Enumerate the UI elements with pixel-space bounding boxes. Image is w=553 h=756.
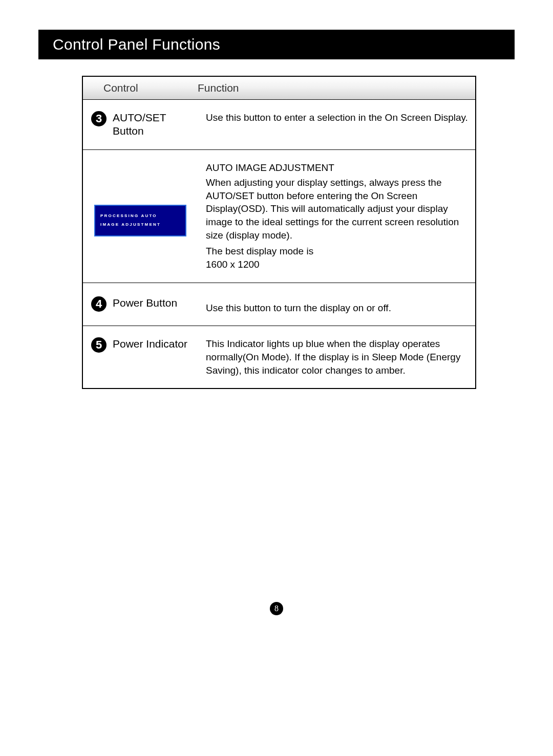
control-label-power-button: Power Button xyxy=(113,296,177,310)
control-cell-osd: PROCESSING AUTO IMAGE ADJUSTMENT xyxy=(82,149,198,283)
function-text: This Indicator lights up blue when the d… xyxy=(206,338,460,375)
number-4-icon: 4 xyxy=(91,296,107,312)
function-heading: AUTO IMAGE ADJUSTMENT xyxy=(206,161,470,175)
function-cell: AUTO IMAGE ADJUSTMENT When adjusting you… xyxy=(198,149,476,283)
table-row: 4 Power Button Use this button to turn t… xyxy=(82,283,476,326)
function-cell: Use this button to turn the display on o… xyxy=(198,283,476,326)
control-cell: 4 Power Button xyxy=(82,283,198,326)
table-row: PROCESSING AUTO IMAGE ADJUSTMENT AUTO IM… xyxy=(82,149,476,283)
control-label-line1: AUTO/SET xyxy=(113,111,166,124)
control-cell: 5 Power Indicator xyxy=(82,326,198,388)
function-text: Use this button to enter a selection in … xyxy=(206,112,468,123)
col-header-control: Control xyxy=(82,76,198,100)
page-title: Control Panel Functions xyxy=(53,36,220,53)
function-cell: Use this button to enter a selection in … xyxy=(198,100,476,150)
control-label-power-indicator: Power Indicator xyxy=(113,337,187,351)
osd-line1: PROCESSING AUTO xyxy=(100,212,180,221)
page-number: 8 xyxy=(274,604,279,613)
control-label-line2: Button xyxy=(113,124,166,138)
function-text: Use this button to turn the display on o… xyxy=(206,303,391,313)
function-best-mode-label: The best display mode is xyxy=(206,246,313,256)
control-function-table: Control Function 3 AUTO/SET Button xyxy=(82,76,476,389)
function-best-mode-value: 1600 x 1200 xyxy=(206,259,260,270)
number-5-icon: 5 xyxy=(91,337,107,353)
table-row: 3 AUTO/SET Button Use this button to ent… xyxy=(82,100,476,150)
table-header-row: Control Function xyxy=(82,76,476,100)
page-number-badge: 8 xyxy=(270,602,283,615)
function-cell: This Indicator lights up blue when the d… xyxy=(198,326,476,388)
title-bar: Control Panel Functions xyxy=(38,30,515,59)
function-body: When adjusting your display settings, al… xyxy=(206,177,459,241)
control-label-line1: Power Button xyxy=(113,296,177,310)
table-row: 5 Power Indicator This Indicator lights … xyxy=(82,326,476,388)
control-label-line1: Power Indicator xyxy=(113,337,187,351)
control-label-autoset: AUTO/SET Button xyxy=(113,111,166,138)
page-root: Control Panel Functions Control Function… xyxy=(0,0,553,756)
control-table-wrap: Control Function 3 AUTO/SET Button xyxy=(82,76,476,389)
osd-line2: IMAGE ADJUSTMENT xyxy=(100,221,180,229)
osd-processing-box: PROCESSING AUTO IMAGE ADJUSTMENT xyxy=(94,205,186,236)
number-3-icon: 3 xyxy=(91,111,107,126)
col-header-function: Function xyxy=(198,76,476,100)
control-cell: 3 AUTO/SET Button xyxy=(82,100,198,150)
